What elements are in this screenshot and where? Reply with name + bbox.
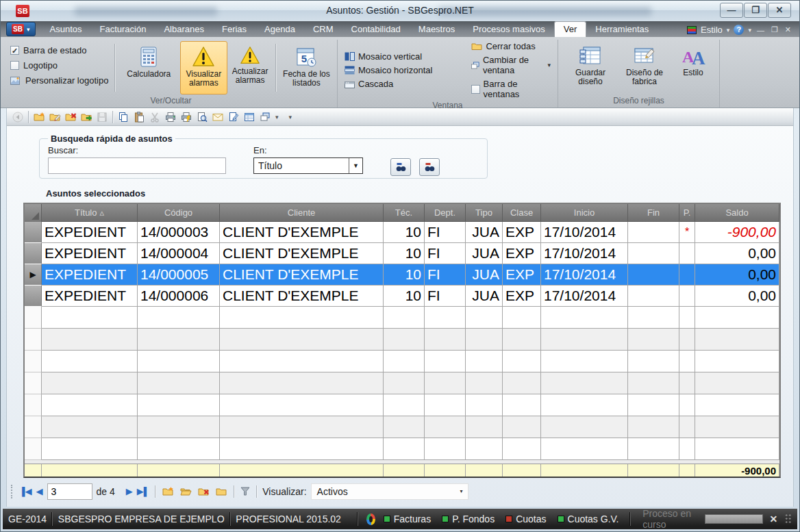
column-header-clase[interactable]: Clase [503,204,541,222]
logotipo-checkbox[interactable]: Logotipo [10,60,109,71]
app-menu-button[interactable]: SB ▾ [6,22,36,36]
toolbar-options-icon[interactable]: ▾ [288,114,294,121]
email-icon[interactable] [211,110,225,124]
new-folder-icon[interactable] [161,485,175,498]
paste-icon[interactable] [132,110,146,124]
picture-edit-icon [10,76,21,86]
ribbon-close-icon[interactable]: ✕ [784,25,792,34]
maximize-button[interactable]: ❐ [744,3,767,18]
estilo-button[interactable]: A A Estilo [675,41,712,94]
tab-asuntos[interactable]: Asuntos [41,22,91,37]
column-header-titulo[interactable]: Título▵ [42,204,138,222]
cambiar-ventana-button[interactable]: Cambiar de ventana ▾ [471,55,551,75]
cerrar-todas-button[interactable]: Cerrar todas [471,41,551,51]
row-selector[interactable] [25,222,42,243]
barra-de-estado-checkbox[interactable]: ✓ Barra de estado [10,45,109,55]
column-header-tec[interactable]: Téc. [384,204,425,222]
column-header-saldo[interactable]: Saldo [695,204,779,222]
tab-maestros[interactable]: Maestros [410,22,464,37]
table-row-selected[interactable]: ▶ EXPEDIENT 14/000005 CLIENT D'EXEMPLE 1… [25,264,779,286]
personalizar-logotipo-button[interactable]: Personalizar logotipo [10,75,109,86]
ribbon-minimize-icon[interactable]: — [755,26,766,34]
filter-icon[interactable] [240,486,251,496]
print-icon[interactable] [164,110,177,124]
current-row-marker[interactable]: ▶ [25,264,42,286]
column-header-cliente[interactable]: Cliente [220,204,384,222]
resize-grip[interactable] [784,514,792,524]
guardar-diseno-button[interactable]: Guardar diseño [566,41,614,94]
tab-albaranes[interactable]: Albaranes [155,22,213,37]
mosaico-vertical-button[interactable]: Mosaico vertical [345,51,463,62]
select-all-corner[interactable] [25,204,42,222]
tab-procesos-masivos[interactable]: Procesos masivos [464,22,553,37]
tab-agenda[interactable]: Agenda [255,22,304,37]
ribbon-restore-icon[interactable]: ❐ [770,25,779,34]
estilo-menu[interactable]: Estilo [701,25,723,35]
column-header-fin[interactable]: Fin [628,204,679,222]
save-icon[interactable] [95,110,109,124]
grid-header-row: Título▵ Código Cliente Téc. Dept. Tipo C… [25,204,779,222]
row-selector[interactable] [25,286,42,307]
cascada-button[interactable]: Cascada [345,79,463,89]
drag-grip[interactable] [11,485,14,498]
tab-ferias[interactable]: Ferias [213,22,255,37]
open-record-icon[interactable] [79,110,93,124]
column-header-inicio[interactable]: Inicio [541,204,628,222]
windows-cascade-icon[interactable] [258,110,272,124]
tab-crm[interactable]: CRM [304,22,342,37]
process-close-icon[interactable]: ✕ [770,514,778,524]
diseno-fabrica-button[interactable]: Diseño de fabrica [614,41,675,94]
search-input[interactable] [48,157,226,174]
previous-record-button[interactable]: ◀ [36,486,43,496]
chevron-down-icon[interactable]: ▾ [727,27,730,34]
list-view-icon[interactable] [242,110,256,124]
close-button[interactable]: ✕ [768,3,791,18]
window-title: Asuntos: Gestión - SBGespro.NET [1,5,799,16]
record-position-input[interactable] [47,483,92,500]
asuntos-grid: Título▵ Código Cliente Téc. Dept. Tipo C… [23,203,781,478]
print-preview-icon[interactable] [195,110,209,124]
visualizar-select[interactable]: Activos ▾ [311,483,468,500]
actualizar-alarmas-button[interactable]: Actualizar alarmas [227,41,273,94]
new-record-icon[interactable] [32,110,46,124]
print-quick-icon[interactable] [179,110,193,124]
tab-herramientas[interactable]: Herramientas [586,22,658,37]
column-header-p[interactable]: P. [679,204,695,222]
cut-icon[interactable] [148,110,162,124]
help-icon[interactable]: ? [734,25,744,35]
column-header-codigo[interactable]: Código [138,204,220,222]
table-row[interactable]: EXPEDIENT 14/000006 CLIENT D'EXEMPLE 10 … [25,286,779,307]
tab-contabilidad[interactable]: Contabilidad [342,22,410,37]
column-header-tipo[interactable]: Tipo [466,204,503,222]
chevron-down-icon[interactable]: ▾ [748,27,751,34]
edit-record-icon[interactable] [48,110,62,124]
delete-record-icon[interactable] [64,110,77,124]
copy-icon[interactable] [116,110,130,124]
last-record-button[interactable]: ▶▌ [137,486,150,496]
green-led-icon [384,516,390,522]
next-record-button[interactable]: ▶ [126,486,133,496]
first-record-button[interactable]: ▐◀ [19,486,32,496]
back-icon[interactable] [11,110,25,124]
row-selector[interactable] [25,243,42,264]
table-row[interactable]: EXPEDIENT 14/000004 CLIENT D'EXEMPLE 10 … [25,243,779,264]
search-all-button[interactable] [419,158,440,176]
visualizar-alarmas-button[interactable]: Visualizar alarmas [180,41,228,94]
barra-ventanas-checkbox[interactable]: Barra de ventanas [471,79,551,99]
chevron-down-icon[interactable]: ▾ [274,114,280,121]
fecha-listados-button[interactable]: 5 Fecha de los listados [279,41,334,94]
column-header-dept[interactable]: Dept. [425,204,466,222]
table-row[interactable]: EXPEDIENT 14/000003 CLIENT D'EXEMPLE 10 … [25,222,779,243]
calculadora-button[interactable]: Calculadora [118,41,180,94]
folder-icon[interactable] [214,485,228,498]
search-button[interactable] [390,158,411,176]
tab-ver[interactable]: Ver [554,21,587,37]
export-edit-icon[interactable] [227,110,240,124]
empty-row [25,416,779,438]
search-field-select[interactable]: Título ▼ [253,157,363,174]
open-folder-icon[interactable] [179,485,192,498]
mosaico-horizontal-button[interactable]: Mosaico horizontal [345,65,463,75]
minimize-button[interactable]: — [720,3,743,18]
tab-facturacion[interactable]: Facturación [91,22,155,37]
delete-folder-icon[interactable] [197,485,210,498]
